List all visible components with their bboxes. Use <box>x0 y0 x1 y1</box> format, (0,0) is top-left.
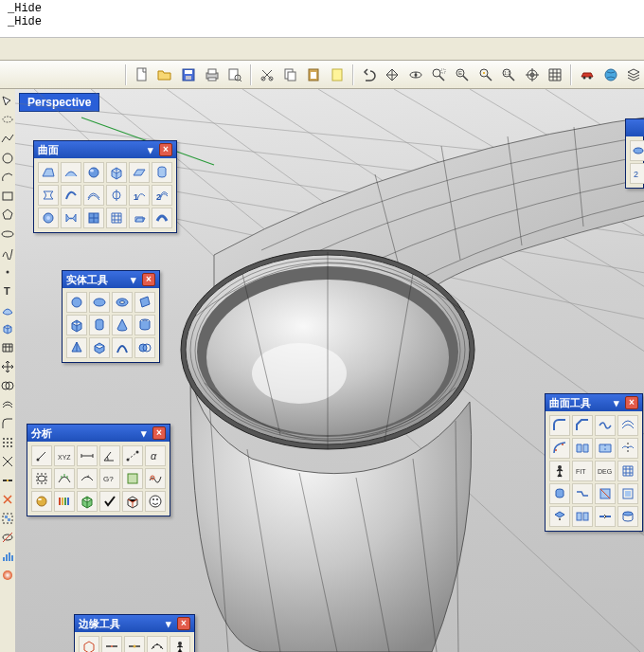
angle-alpha-icon[interactable]: α <box>145 445 166 466</box>
length-icon[interactable] <box>77 445 98 466</box>
mesh-icon[interactable] <box>1 341 14 354</box>
cut-button[interactable] <box>257 64 277 85</box>
area-icon[interactable] <box>122 468 143 489</box>
zoom-extents-button[interactable]: E <box>452 64 473 85</box>
draft-g2-icon[interactable]: G? <box>99 468 120 489</box>
split-srf-icon[interactable] <box>572 506 593 527</box>
distance-icon[interactable] <box>122 445 143 466</box>
group-icon[interactable] <box>1 512 14 525</box>
command-history[interactable]: _Hide _Hide <box>0 0 644 38</box>
extend-srf-icon[interactable] <box>549 483 570 504</box>
cyl-srf-icon[interactable] <box>152 162 172 183</box>
close-icon[interactable]: × <box>159 143 172 156</box>
print-button[interactable] <box>202 64 223 85</box>
edge-tools-toolbox[interactable]: 边缘工具 ▾ × <box>74 614 195 652</box>
pipe-solid-icon[interactable] <box>134 292 155 313</box>
connect-srf-icon[interactable] <box>572 483 593 504</box>
join-icon[interactable] <box>1 474 14 487</box>
close-icon[interactable]: × <box>152 426 166 440</box>
viewport-label[interactable]: Perspective <box>19 93 99 112</box>
cyl-solid-icon[interactable] <box>89 315 110 335</box>
zebra-icon[interactable] <box>54 491 75 512</box>
patch-icon[interactable] <box>38 208 59 228</box>
rebuild-icon[interactable] <box>617 461 638 481</box>
explode-icon[interactable] <box>1 493 14 506</box>
torus-icon[interactable] <box>112 292 133 313</box>
layer-button[interactable] <box>624 64 645 85</box>
edge-analysis-icon[interactable] <box>122 491 143 512</box>
transform-icon[interactable] <box>1 360 14 373</box>
polyline-icon[interactable] <box>1 133 14 146</box>
box-p-icon[interactable] <box>630 140 644 161</box>
match-srf-icon[interactable] <box>572 438 593 459</box>
render-globe-button[interactable] <box>600 64 621 85</box>
show-edges-icon[interactable] <box>79 636 99 652</box>
unroll-person-icon[interactable] <box>549 461 570 481</box>
partial-titlebar[interactable] <box>626 119 644 136</box>
point-icon[interactable] <box>1 265 14 279</box>
analyze-toolbox[interactable]: 分析 ▾ × XYZ α G? <box>27 424 170 516</box>
loft-icon[interactable] <box>38 185 59 206</box>
copy-button[interactable] <box>280 64 301 85</box>
plane-icon[interactable] <box>129 162 150 183</box>
close-icon[interactable]: × <box>625 396 638 409</box>
fillet-srf-icon[interactable] <box>549 415 570 436</box>
flyout-arrow-icon[interactable]: ▾ <box>127 273 140 286</box>
split-edge-icon[interactable] <box>101 636 122 652</box>
check-icon[interactable] <box>99 491 120 512</box>
curvature-graph-icon[interactable] <box>145 468 166 489</box>
variable-fillet-icon[interactable] <box>549 438 570 459</box>
sphere-icon[interactable] <box>83 162 104 183</box>
undo-button[interactable] <box>359 64 380 85</box>
fit-icon[interactable]: FIT <box>572 461 593 481</box>
network-icon[interactable] <box>106 208 127 228</box>
direction-icon[interactable] <box>77 468 98 489</box>
cone-solid-icon[interactable] <box>112 315 133 335</box>
print-preview-button[interactable] <box>225 64 246 85</box>
untrim-icon[interactable] <box>617 483 638 504</box>
hide-icon[interactable] <box>1 531 14 544</box>
surface-tools-titlebar[interactable]: 曲面工具 ▾ × <box>546 394 642 411</box>
flyout-arrow-icon[interactable]: ▾ <box>162 617 175 630</box>
sweep1-icon[interactable] <box>61 185 81 206</box>
surface-icon[interactable] <box>1 303 14 317</box>
paste-button[interactable] <box>303 64 324 85</box>
srf-corner-icon[interactable] <box>38 162 59 183</box>
partial-toolbox[interactable]: 2 <box>625 118 644 189</box>
note-button[interactable] <box>327 64 348 85</box>
polygon-icon[interactable] <box>1 208 14 222</box>
zoom-target-button[interactable] <box>522 64 543 85</box>
solid-icon[interactable] <box>1 322 14 335</box>
solid-tools-toolbox[interactable]: 实体工具 ▾ × <box>62 270 160 363</box>
arc-icon[interactable] <box>1 171 14 184</box>
offset-srf-icon[interactable] <box>617 415 638 436</box>
cap-icon[interactable] <box>617 506 638 527</box>
gaussian-icon[interactable] <box>77 491 98 512</box>
rail1-icon[interactable]: 1 <box>129 185 150 206</box>
edge-continuity-icon[interactable] <box>170 636 190 652</box>
close-icon[interactable]: × <box>142 273 155 286</box>
extrude-solid-icon[interactable] <box>89 337 110 358</box>
sweep2-icon[interactable] <box>83 185 104 206</box>
tube-icon[interactable] <box>134 315 155 335</box>
cyl-p-icon[interactable]: 2 <box>630 163 644 184</box>
flyout-arrow-icon[interactable]: ▾ <box>137 426 151 440</box>
render-icon[interactable] <box>1 569 14 582</box>
emap-icon[interactable] <box>31 491 52 512</box>
grid-button[interactable] <box>546 64 566 85</box>
revolve-icon[interactable] <box>106 185 127 206</box>
lasso-icon[interactable] <box>1 114 14 127</box>
merge-edge-icon[interactable] <box>124 636 145 652</box>
trim-srf-icon[interactable] <box>595 483 616 504</box>
pipe-icon[interactable] <box>152 208 172 228</box>
circle-icon[interactable] <box>1 152 14 165</box>
boolean-icon[interactable] <box>1 379 14 392</box>
drape-icon[interactable] <box>61 208 81 228</box>
ellipse-icon[interactable] <box>1 227 14 241</box>
heightfield-icon[interactable] <box>83 208 104 228</box>
shrink-icon[interactable] <box>549 506 570 527</box>
curve-icon[interactable] <box>1 246 14 260</box>
new-file-button[interactable] <box>132 64 152 85</box>
zoom-window-button[interactable] <box>429 64 450 85</box>
zoom-selected-button[interactable] <box>475 64 496 85</box>
